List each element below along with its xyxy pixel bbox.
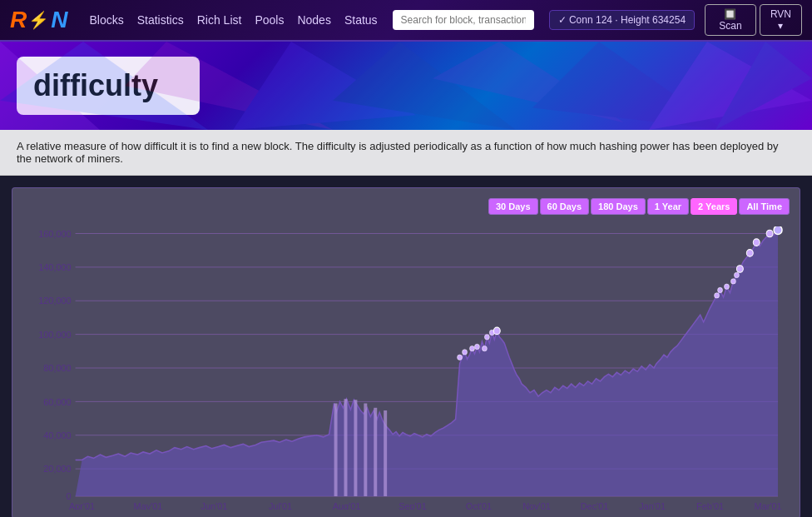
logo-r: R: [10, 7, 27, 33]
svg-point-33: [493, 327, 500, 335]
logo-icon: ⚡: [28, 10, 49, 30]
scan-button[interactable]: 🔲 Scan: [705, 4, 756, 36]
hero-section: difficulty: [0, 42, 812, 130]
svg-rect-46: [354, 400, 357, 496]
svg-point-27: [463, 350, 468, 355]
svg-text:160,000: 160,000: [38, 228, 71, 238]
hero-bg-decoration: [0, 42, 812, 130]
svg-text:40,000: 40,000: [43, 430, 71, 440]
svg-point-40: [746, 250, 753, 257]
chart-area: 160,000 140,000 120,000 100,000 80,000 6…: [26, 226, 786, 510]
nav-status[interactable]: Status: [344, 13, 378, 27]
svg-text:Jun'01: Jun'01: [201, 501, 228, 510]
time-btn-2years[interactable]: 2 Years: [691, 198, 737, 215]
svg-text:Jan'01: Jan'01: [639, 501, 666, 510]
nav-pools[interactable]: Pools: [255, 13, 284, 27]
svg-point-28: [469, 345, 474, 350]
nav-rich-list[interactable]: Rich List: [197, 13, 242, 27]
svg-text:Apr'01: Apr'01: [69, 501, 95, 510]
svg-text:100,000: 100,000: [38, 330, 71, 340]
nav-nodes[interactable]: Nodes: [297, 13, 330, 27]
svg-point-37: [730, 279, 735, 284]
time-btn-180days[interactable]: 180 Days: [591, 198, 646, 215]
page-description: A relative measure of how difficult it i…: [0, 130, 812, 176]
svg-text:60,000: 60,000: [43, 396, 71, 406]
svg-rect-47: [364, 404, 367, 497]
svg-point-29: [474, 344, 479, 349]
svg-text:May'01: May'01: [134, 501, 163, 510]
svg-point-30: [482, 345, 487, 350]
time-btn-alltime[interactable]: All Time: [739, 198, 790, 215]
logo: R ⚡ N: [10, 7, 67, 33]
navbar: R ⚡ N Blocks Statistics Rich List Pools …: [0, 0, 812, 42]
svg-text:Oct'01: Oct'01: [466, 501, 492, 510]
svg-point-36: [724, 284, 729, 289]
svg-rect-44: [334, 404, 338, 497]
svg-point-38: [734, 272, 739, 277]
chart-container: 30 Days 60 Days 180 Days 1 Year 2 Years …: [12, 187, 800, 517]
svg-point-39: [736, 266, 743, 273]
svg-text:0: 0: [67, 491, 72, 501]
chart-peak-dot: [458, 355, 463, 360]
nav-statistics[interactable]: Statistics: [137, 13, 184, 27]
svg-text:80,000: 80,000: [43, 363, 71, 373]
svg-text:Feb'01: Feb'01: [696, 501, 724, 510]
svg-point-41: [753, 239, 760, 246]
time-btn-30days[interactable]: 30 Days: [488, 198, 538, 215]
svg-text:Mar'01: Mar'01: [755, 501, 782, 510]
svg-point-34: [715, 293, 720, 298]
time-btn-60days[interactable]: 60 Days: [540, 198, 590, 215]
logo-n: N: [51, 7, 67, 33]
svg-point-42: [766, 230, 773, 237]
svg-rect-48: [374, 408, 377, 496]
svg-point-43: [774, 226, 782, 235]
svg-text:Dec'01: Dec'01: [581, 501, 609, 510]
svg-point-35: [718, 287, 723, 292]
time-btn-1year[interactable]: 1 Year: [647, 198, 689, 215]
svg-text:Jul'01: Jul'01: [269, 501, 292, 510]
chart-svg: 160,000 140,000 120,000 100,000 80,000 6…: [26, 226, 786, 510]
svg-text:Sep'01: Sep'01: [399, 501, 427, 510]
rvn-dropdown-button[interactable]: RVN ▾: [760, 4, 802, 36]
svg-text:140,000: 140,000: [38, 262, 71, 272]
svg-point-31: [484, 335, 489, 340]
svg-rect-49: [384, 410, 387, 496]
search-input[interactable]: [393, 10, 534, 30]
conn-info: ✓ Conn 124 · Height 634254: [549, 10, 695, 30]
nav-blocks[interactable]: Blocks: [89, 13, 123, 27]
time-range-controls: 30 Days 60 Days 180 Days 1 Year 2 Years …: [488, 198, 790, 215]
svg-rect-45: [344, 399, 347, 496]
svg-text:20,000: 20,000: [43, 464, 71, 474]
svg-text:Aug'01: Aug'01: [333, 501, 361, 510]
svg-text:120,000: 120,000: [38, 296, 71, 306]
svg-text:Nov'01: Nov'01: [522, 501, 551, 510]
